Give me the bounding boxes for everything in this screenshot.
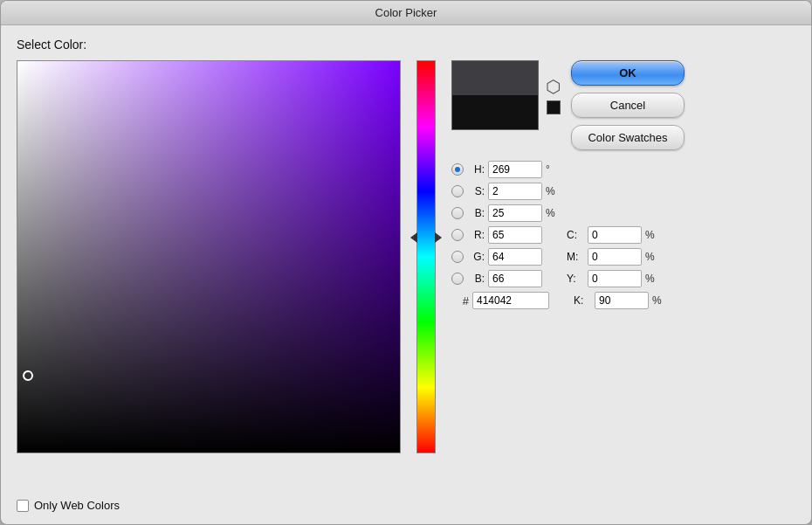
cancel-button[interactable]: Cancel [571, 93, 685, 118]
hue-slider[interactable] [416, 60, 436, 453]
g-field-row: G: M: % [451, 248, 795, 266]
s-field-row: S: % [451, 183, 795, 200]
color-picker-dialog: Color Picker Select Color: [0, 0, 812, 525]
buttons-col: OK Cancel Color Swatches [571, 60, 795, 150]
hash-field-row: # K: % [451, 292, 795, 309]
hash-symbol: # [451, 294, 469, 307]
g-input[interactable] [488, 248, 542, 266]
hue-arrow-right [435, 232, 442, 243]
b-field-row: B: % [451, 204, 795, 222]
r-field-row: R: C: % [451, 226, 795, 244]
h-unit: ° [546, 163, 560, 176]
hash-input[interactable] [472, 292, 549, 309]
dialog-title: Color Picker [375, 6, 437, 19]
cube-icon-wrapper: ⬡ [546, 76, 561, 114]
fields-area: H: ° S: % B: [451, 161, 795, 309]
web-colors-checkbox-wrapper[interactable]: Only Web Colors [17, 499, 120, 512]
s-label: S: [467, 185, 485, 197]
main-area: ⬡ OK Cancel Color Swatches [17, 60, 795, 483]
color-gradient[interactable] [17, 60, 401, 453]
hue-slider-wrapper [413, 60, 439, 483]
k-label: K: [574, 294, 591, 307]
m-label: M: [567, 251, 584, 263]
h-radio-dot [455, 167, 460, 172]
web-colors-checkbox[interactable] [17, 500, 29, 512]
web-colors-label: Only Web Colors [34, 499, 120, 512]
b-label: B: [467, 207, 485, 219]
hue-arrow-left [410, 232, 417, 243]
color-current [452, 95, 538, 129]
k-input[interactable] [595, 292, 649, 309]
g-label: G: [467, 251, 485, 263]
y-unit: % [645, 273, 659, 285]
s-radio[interactable] [451, 185, 464, 197]
m-unit: % [645, 251, 659, 263]
color-preview-box [451, 60, 539, 130]
h-radio[interactable] [451, 163, 464, 176]
b2-radio[interactable] [451, 273, 464, 285]
b-input[interactable] [488, 204, 542, 222]
ok-button[interactable]: OK [571, 60, 685, 86]
y-input[interactable] [588, 270, 642, 287]
b2-field-row: B: Y: % [451, 270, 795, 287]
r-input[interactable] [488, 226, 542, 244]
right-panel: ⬡ OK Cancel Color Swatches [451, 60, 795, 483]
h-label: H: [467, 163, 485, 176]
c-input[interactable] [588, 226, 642, 244]
b2-label: B: [467, 273, 485, 285]
h-input[interactable] [488, 161, 542, 178]
bottom-area: Only Web Colors [17, 492, 795, 512]
s-unit: % [546, 185, 560, 197]
k-unit: % [652, 294, 666, 307]
b2-input[interactable] [488, 270, 542, 287]
g-radio[interactable] [451, 251, 464, 263]
color-new [452, 61, 538, 95]
gradient-black [17, 61, 400, 452]
small-swatch [547, 100, 561, 114]
cube-icon[interactable]: ⬡ [546, 76, 561, 97]
h-field-row: H: ° [451, 161, 795, 178]
color-preview-row: ⬡ [451, 60, 561, 130]
c-label: C: [567, 229, 584, 241]
dialog-body: Select Color: [1, 25, 811, 524]
c-unit: % [645, 229, 659, 241]
color-swatches-button[interactable]: Color Swatches [571, 125, 685, 150]
m-input[interactable] [588, 248, 642, 266]
y-label: Y: [567, 273, 584, 285]
b-unit: % [546, 207, 560, 219]
title-bar: Color Picker [1, 1, 811, 25]
select-label: Select Color: [17, 38, 795, 52]
b-radio[interactable] [451, 207, 464, 219]
color-gradient-wrapper [17, 60, 401, 453]
s-input[interactable] [488, 183, 542, 200]
r-label: R: [467, 229, 485, 241]
r-radio[interactable] [451, 229, 464, 241]
